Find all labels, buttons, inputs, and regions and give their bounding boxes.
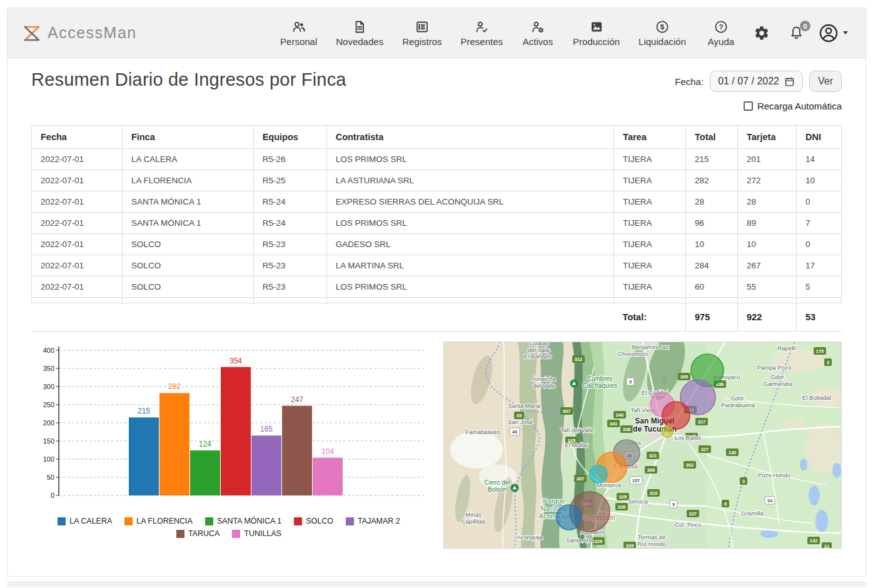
finca-bubble-marker[interactable] <box>662 402 690 429</box>
date-label: Fecha: <box>675 76 704 87</box>
route-shield: 157 <box>630 477 642 484</box>
table-row: 2022-07-01SOLCOR5-23LOS PRIMOS SRLTIJERA… <box>32 276 842 298</box>
page-title: Resumen Diario de Ingresos por Finca <box>31 69 346 90</box>
table-cell: 284 <box>686 255 738 276</box>
table-cell: 0 <box>796 191 841 213</box>
partial-row <box>32 298 842 303</box>
map-canvas: 3129305336175330739403403413383173223033… <box>444 342 842 549</box>
nav-item-ayuda[interactable]: ? Ayuda <box>705 19 737 47</box>
finca-bubble-marker[interactable] <box>590 465 607 483</box>
table-cell: 17 <box>796 255 841 276</box>
summary-table: FechaFincaEquiposContratistaTareaTotalTa… <box>31 125 842 332</box>
park-marker-icon[interactable] <box>570 380 578 388</box>
svg-text:327: 327 <box>701 447 709 452</box>
table-cell: SOLCO <box>122 255 253 276</box>
svg-text:250: 250 <box>43 401 54 408</box>
svg-text:39: 39 <box>517 413 522 418</box>
nav-item-liquidacion[interactable]: $ Liquidación <box>638 19 686 47</box>
footer-strip <box>7 581 866 587</box>
map-place-label: Benjamín Paz <box>632 343 669 350</box>
table-cell: 2022-07-01 <box>32 149 123 170</box>
svg-text:40: 40 <box>512 429 517 435</box>
map-place-label: Aconquija <box>517 534 543 540</box>
legend-swatch <box>232 530 240 538</box>
table-cell: 10 <box>738 234 797 255</box>
app-card: AccessMan Personal Novedades <box>7 8 866 577</box>
table-cell: 0 <box>796 234 841 255</box>
route-shield: 312 <box>572 355 585 363</box>
map-place-label: Rapelli <box>777 345 795 352</box>
svg-text:400: 400 <box>43 347 54 354</box>
nav-item-activos[interactable]: Activos <box>522 19 554 47</box>
table-cell: 2022-07-01 <box>32 276 123 298</box>
nav-item-presentes[interactable]: Presentes <box>461 19 503 47</box>
route-shield: 21 <box>822 542 832 549</box>
table-cell: LOS PRIMOS SRL <box>326 149 613 170</box>
route-shield: 305 <box>678 373 690 380</box>
question-circle-icon: ? <box>714 19 729 34</box>
finca-bubble-marker[interactable] <box>557 505 582 530</box>
table-cell: LOS PRIMOS SRL <box>326 276 613 298</box>
table-cell: 2022-07-01 <box>32 234 123 255</box>
table-cell: 28 <box>738 191 797 213</box>
nav-item-registros[interactable]: Registros <box>402 19 442 47</box>
table-cell: 96 <box>686 213 738 234</box>
route-shield: 8 <box>722 500 729 507</box>
page: AccessMan Personal Novedades <box>0 0 873 588</box>
settings-button[interactable] <box>754 25 770 41</box>
nav-item-novedades[interactable]: Novedades <box>336 19 383 47</box>
table-cell: 201 <box>738 149 797 170</box>
svg-text:341: 341 <box>610 421 618 427</box>
map-place-label: Parque <box>543 497 565 505</box>
legend-swatch <box>124 517 133 525</box>
notifications-button[interactable]: 0 <box>789 25 804 41</box>
top-navigation-bar: AccessMan Personal Novedades <box>8 8 865 58</box>
person-check-icon <box>474 19 489 34</box>
autoreload-checkbox[interactable] <box>744 101 753 111</box>
nav-item-produccion[interactable]: Producción <box>573 19 620 47</box>
svg-text:100: 100 <box>43 455 54 463</box>
svg-text:354: 354 <box>230 357 242 365</box>
date-input[interactable]: 01 / 07 / 2022 <box>710 71 803 92</box>
svg-text:325: 325 <box>619 494 627 500</box>
table-cell: R5-24 <box>253 213 326 234</box>
park-marker-icon[interactable] <box>511 484 519 492</box>
table-cell: TIJERA <box>614 234 686 255</box>
notification-badge: 0 <box>800 21 810 31</box>
map-place-label: Gramilla <box>741 510 764 517</box>
svg-text:300: 300 <box>43 383 54 390</box>
nav-item-personal[interactable]: Personal <box>280 19 317 47</box>
svg-text:307: 307 <box>563 408 571 414</box>
legend-swatch <box>205 517 213 525</box>
brand-logo[interactable]: AccessMan <box>23 24 137 43</box>
svg-text:9: 9 <box>629 379 632 385</box>
svg-text:124: 124 <box>199 440 211 449</box>
svg-text:157: 157 <box>632 478 640 484</box>
fincas-map[interactable]: 3129305336175330739403403413383173223033… <box>443 342 842 549</box>
legend-item: LA CALERA <box>58 517 112 525</box>
view-button[interactable]: Ver <box>809 71 842 92</box>
svg-text:175: 175 <box>816 348 824 354</box>
finca-bubble-marker[interactable] <box>662 426 673 437</box>
table-cell: 2022-07-01 <box>32 213 123 234</box>
column-header: Finca <box>122 126 253 149</box>
table-header: FechaFincaEquiposContratistaTareaTotalTa… <box>32 126 842 149</box>
table-cell: SANTA MÓNICA 1 <box>122 213 253 234</box>
svg-text:312: 312 <box>575 357 583 362</box>
route-shield: 302 <box>684 461 696 469</box>
legend-item: SOLCO <box>294 517 333 525</box>
table-cell: LA CALERA <box>122 149 253 170</box>
svg-text:350: 350 <box>43 365 54 372</box>
map-place-label: Bolsón <box>488 486 507 493</box>
column-header: Fecha <box>32 126 123 149</box>
table-cell: 267 <box>738 255 797 276</box>
dollar-circle-icon: $ <box>655 19 670 34</box>
route-shield: 306 <box>645 466 657 474</box>
table-cell: 2022-07-01 <box>32 255 123 276</box>
route-shield: 40 <box>510 428 520 435</box>
svg-text:?: ? <box>719 23 723 31</box>
map-place-label: Gdor. <box>770 373 785 380</box>
nav-label: Personal <box>280 36 317 47</box>
user-menu[interactable] <box>818 23 848 44</box>
map-place-label: El Bobadal <box>802 394 831 401</box>
